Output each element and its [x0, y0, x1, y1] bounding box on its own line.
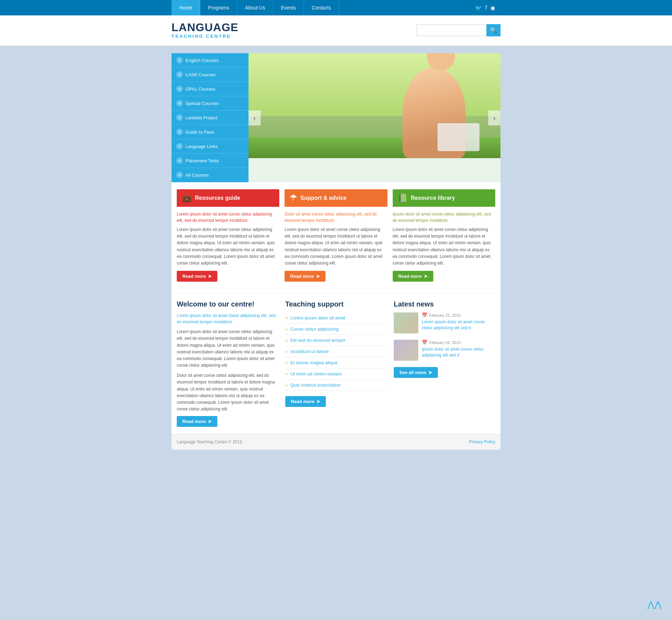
teaching-list-item-4[interactable]: » Incididunt ut labore — [285, 346, 387, 357]
hero-slider: ‹ › — [248, 53, 500, 182]
teaching-list-item-1[interactable]: » Lorem ipsum dolor sit amet — [285, 312, 387, 324]
facebook-icon[interactable]: f — [485, 5, 487, 11]
news-thumb-2 — [394, 340, 418, 361]
welcome-text1: Lorem ipsum dolor sit amet conse ctetur … — [177, 329, 278, 369]
slider-prev-button[interactable]: ‹ — [248, 110, 261, 125]
resources-guide-body: Lorem ipsum dolor sit amet conse ctetur … — [177, 207, 279, 286]
site-footer: Language Teaching Centre © 2013. Privacy… — [172, 434, 500, 450]
sidebar-item-placement-tests[interactable]: + Placement Tests — [172, 154, 248, 168]
teaching-read-more-button[interactable]: Read more ➤ — [285, 396, 326, 407]
resources-guide-header: 💼 Resources guide — [177, 189, 279, 207]
teaching-list-item-2[interactable]: » Conse ctetur adipisicing — [285, 324, 387, 335]
resources-guide-box: 💼 Resources guide Lorem ipsum dolor sit … — [177, 189, 279, 286]
news-item-1: 📅 February 22, 2013 Lorem ipsum dolor si… — [394, 312, 495, 333]
sidebar-item-guide-fees[interactable]: + Guide to Fees — [172, 125, 248, 139]
welcome-read-more-button[interactable]: Read more ➤ — [177, 416, 217, 427]
chevron-dbl-icon-2: » — [285, 327, 288, 332]
see-all-news-button[interactable]: See all news ➤ — [394, 367, 438, 378]
resource-library-box: 📗 Resource library Ipsum dolor sit amet … — [393, 189, 495, 286]
rss-icon[interactable]: ◉ — [490, 5, 495, 11]
search-button[interactable]: 🔍 — [486, 24, 500, 36]
bottom-sections: Welcome to our centre! Lorem ipsum dolor… — [172, 293, 500, 434]
news-item-2: 📅 February 22, 2013 Ipsum dolor sit amet… — [394, 340, 495, 361]
twitter-icon[interactable]: 🐦 — [475, 5, 482, 11]
support-advice-box: ☂ Support & advice Dolor sit amet conse … — [285, 189, 387, 286]
search-input[interactable] — [416, 24, 486, 36]
privacy-policy-link[interactable]: Privacy Policy — [469, 439, 495, 444]
teaching-list-item-7[interactable]: » Quis nostrud exercitation — [285, 380, 387, 391]
support-read-more-button[interactable]: Read more ➤ — [285, 271, 325, 282]
news-thumb-1 — [394, 312, 418, 333]
sidebar-item-lasr-courses[interactable]: + LASR Courses — [172, 68, 248, 82]
content-area: + English Courses + LASR Courses + OPAL … — [172, 53, 500, 182]
chevron-dbl-icon-5: » — [285, 360, 288, 365]
news-link-2[interactable]: Ipsum dolor sit amet conse ctetur adipis… — [422, 347, 484, 358]
book-icon: 📗 — [398, 193, 407, 203]
sidebar-item-language-links[interactable]: + Language Links — [172, 139, 248, 154]
support-advice-body: Dolor sit amet conse ctetur adipisicing … — [285, 207, 387, 286]
news-title: Latest news — [394, 300, 495, 308]
hero-image — [248, 53, 500, 158]
teaching-list-item-3[interactable]: » Elit sed do eiusmod tempor — [285, 335, 387, 346]
briefcase-icon: 💼 — [182, 193, 191, 203]
plus-circle-icon: + — [176, 57, 183, 63]
copyright-text: Language Teaching Centre © 2013. — [177, 439, 243, 444]
teaching-list: » Lorem ipsum dolor sit amet » Conse cte… — [285, 312, 387, 391]
logo: LANGUAGE TEACHING CENTRE — [172, 22, 238, 39]
news-image-1 — [394, 312, 418, 333]
calendar-icon-2: 📅 — [422, 340, 427, 345]
library-highlight: Ipsum dolor sit amet conse ctetur adipis… — [393, 211, 495, 224]
news-meta-2: 📅 February 22, 2013 — [422, 340, 495, 345]
news-link-1[interactable]: Lorem ipsum dolor sit amet conse ctetur … — [422, 319, 485, 330]
plus-circle-icon-3: + — [176, 86, 183, 92]
nav-events[interactable]: Events — [273, 0, 304, 15]
site-header: LANGUAGE TEACHING CENTRE 🔍 — [0, 15, 672, 46]
top-navigation: Home Programs About Us Events Contacts 🐦… — [0, 0, 672, 15]
chevron-dbl-icon-6: » — [285, 372, 288, 376]
sidebar-item-english-courses[interactable]: + English Courses — [172, 53, 248, 68]
arrow-right-icon-6: ➤ — [428, 370, 432, 375]
nav-programs[interactable]: Programs — [200, 0, 237, 15]
welcome-title: Welcome to our centre! — [177, 300, 278, 308]
logo-sub: TEACHING CENTRE — [172, 34, 238, 39]
main-content: + English Courses + LASR Courses + OPAL … — [172, 53, 500, 450]
logo-main: LANGUAGE — [172, 22, 238, 33]
chevron-dbl-icon-1: » — [285, 316, 288, 320]
resource-library-body: Ipsum dolor sit amet conse ctetur adipis… — [393, 207, 495, 286]
chevron-dbl-icon-7: » — [285, 383, 288, 388]
library-read-more-button[interactable]: Read more ➤ — [393, 271, 433, 282]
arrow-right-icon: ➤ — [208, 274, 212, 279]
resources-text: Lorem ipsum dolor sit amet conse ctetur … — [177, 226, 279, 267]
resource-library-header: 📗 Resource library — [393, 189, 495, 207]
support-text: Lorem ipsum dolor sit amet conse ctetur … — [285, 226, 387, 267]
nav-contacts[interactable]: Contacts — [304, 0, 339, 15]
teaching-title: Teaching support — [285, 300, 387, 308]
sidebar-item-lambda-project[interactable]: + Lambda Project — [172, 111, 248, 125]
plus-circle-icon-9: + — [176, 172, 183, 178]
teaching-list-item-6[interactable]: » Ut enim ad minim veniam — [285, 368, 387, 380]
sidebar-item-special-courses[interactable]: + Special Courses — [172, 96, 248, 111]
info-boxes-section: 💼 Resources guide Lorem ipsum dolor sit … — [172, 182, 500, 293]
sidebar-item-all-courses[interactable]: + All Courses — [172, 168, 248, 182]
nav-home[interactable]: Home — [172, 0, 200, 15]
search-form: 🔍 — [416, 24, 500, 36]
teaching-list-item-5[interactable]: » Et dolore magna aliqua — [285, 357, 387, 368]
library-text: Lorem ipsum dolor sit amet conse ctetur … — [393, 226, 495, 267]
support-highlight: Dolor sit amet conse ctetur adipisicing … — [285, 211, 387, 224]
welcome-section: Welcome to our centre! Lorem ipsum dolor… — [177, 300, 278, 427]
sidebar: + English Courses + LASR Courses + OPAL … — [172, 53, 248, 182]
resources-read-more-button[interactable]: Read more ➤ — [177, 271, 217, 282]
nav-about[interactable]: About Us — [237, 0, 273, 15]
slider-next-button[interactable]: › — [488, 110, 500, 125]
arrow-right-icon-2: ➤ — [316, 274, 320, 279]
plus-circle-icon-2: + — [176, 71, 183, 78]
news-image-2 — [394, 340, 418, 361]
support-advice-header: ☂ Support & advice — [285, 189, 387, 207]
plus-circle-icon-7: + — [176, 143, 183, 149]
teaching-support-section: Teaching support » Lorem ipsum dolor sit… — [285, 300, 387, 427]
latest-news-section: Latest news 📅 February 22, 2013 Lorem ip… — [394, 300, 495, 427]
arrow-right-icon-5: ➤ — [316, 399, 320, 404]
arrow-right-icon-4: ➤ — [208, 419, 212, 424]
sidebar-item-opal-courses[interactable]: + OPAL Courses — [172, 82, 248, 96]
welcome-highlight: Lorem ipsum dolor sit amet ctetur adipis… — [177, 312, 278, 325]
